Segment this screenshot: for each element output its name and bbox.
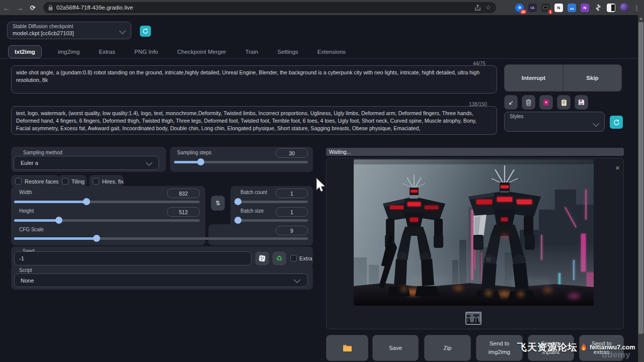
styles-dropdown[interactable] — [505, 112, 604, 131]
lock-icon — [48, 5, 53, 11]
dice-icon — [259, 255, 266, 262]
height-label: Height — [19, 208, 34, 214]
height-slider[interactable] — [14, 217, 200, 224]
open-folder-button[interactable] — [326, 335, 368, 361]
refresh-styles-button[interactable] — [610, 116, 623, 129]
restore-faces-checkbox[interactable] — [15, 178, 22, 185]
gallery-thumbnail[interactable] — [465, 312, 481, 325]
seed-input[interactable]: -1 — [14, 251, 252, 265]
ext-ia-icon[interactable]: IA — [528, 4, 537, 12]
script-value: None — [21, 278, 34, 284]
tab-train[interactable]: Train — [242, 46, 261, 58]
page-scrollbar[interactable]: ▲ — [638, 15, 644, 362]
generated-image[interactable] — [354, 159, 594, 306]
tab-png-info[interactable]: PNG Info — [131, 46, 161, 58]
tab-img2img[interactable]: img2img — [55, 46, 83, 58]
swap-arrows-icon: ⇅ — [215, 200, 220, 207]
width-slider[interactable] — [14, 198, 200, 205]
restore-faces-label: Restore faces — [25, 178, 59, 185]
script-dropdown[interactable]: None — [14, 274, 308, 287]
trash-icon — [525, 99, 532, 106]
prompt-input[interactable]: wide shot angle, a (gundam:0.8) robot st… — [11, 65, 497, 94]
extra-seed-checkbox[interactable] — [290, 255, 297, 261]
zip-button[interactable]: Zip — [424, 335, 471, 361]
cfg-scale-label: CFG Scale — [19, 227, 44, 232]
apply-style-button[interactable] — [557, 95, 571, 110]
ext-pin-icon[interactable]: 20 — [515, 4, 524, 12]
sampling-steps-value[interactable]: 30 — [276, 148, 308, 158]
batch-size-value[interactable]: 1 — [276, 207, 308, 217]
cfg-scale-slider[interactable] — [14, 235, 308, 242]
back-icon[interactable]: ← — [0, 4, 13, 12]
paste-params-button[interactable]: ↙ — [504, 95, 518, 110]
refresh-checkpoint-button[interactable] — [140, 26, 151, 37]
ext-onenote-icon[interactable]: N — [581, 4, 589, 12]
sampling-method-label: Sampling method — [23, 150, 62, 155]
batch-count-value[interactable]: 1 — [276, 189, 308, 198]
profile-avatar[interactable] — [620, 3, 629, 12]
script-label: Script — [19, 267, 32, 273]
scrollbar-thumb[interactable] — [638, 22, 643, 334]
bookmark-star-icon[interactable]: ☆ — [486, 4, 491, 11]
ext-notion-icon[interactable]: N — [554, 4, 563, 12]
negative-prompt-input[interactable]: text, logo, watermark, (worst quality, l… — [11, 106, 497, 135]
batch-size-slider[interactable] — [234, 217, 308, 224]
tiling-label: Tiling — [71, 178, 85, 185]
batch-size-label: Batch size — [240, 208, 264, 214]
browser-toolbar: ← → ⟳ 02a56ff4-71ff-439e.gradio.live ☆ 2… — [0, 0, 644, 15]
save-style-button[interactable] — [575, 95, 588, 110]
ext-dark-icon[interactable]: 1 — [541, 4, 550, 12]
scroll-up-arrow-icon[interactable]: ▲ — [639, 16, 643, 21]
save-button[interactable]: Save — [372, 335, 419, 361]
checkpoint-group: Stable Diffusion checkpoint model.ckpt [… — [7, 22, 131, 39]
send-to-img2img-button[interactable]: Send to img2img — [476, 335, 523, 361]
swap-dimensions-button[interactable]: ⇅ — [211, 196, 225, 211]
tab-extras[interactable]: Extras — [96, 46, 118, 58]
main-tabs: txt2img img2img Extras PNG Info Checkpoi… — [8, 45, 349, 59]
puzzle-icon[interactable] — [594, 4, 602, 12]
mouse-cursor — [315, 177, 327, 194]
hires-fix-checkbox[interactable] — [93, 178, 99, 185]
tab-settings[interactable]: Settings — [274, 46, 301, 58]
sampling-steps-slider[interactable] — [174, 158, 308, 165]
checkpoint-dropdown[interactable]: model.ckpt [cc6cb27103] — [13, 30, 74, 36]
reuse-seed-button[interactable]: ♻ — [272, 251, 286, 265]
reload-icon[interactable]: ⟳ — [26, 4, 39, 12]
skip-button[interactable]: Skip — [563, 64, 622, 92]
clear-prompt-button[interactable] — [522, 95, 535, 110]
ext-bw-icon[interactable] — [607, 4, 615, 12]
height-value[interactable]: 512 — [167, 207, 200, 217]
browser-menu-icon[interactable]: ⋮ — [633, 4, 640, 12]
sampling-method-dropdown[interactable]: Euler a — [14, 156, 159, 170]
chevron-down-icon — [146, 159, 152, 166]
interrupt-button[interactable]: Interrupt — [504, 64, 563, 92]
random-seed-button[interactable] — [255, 251, 269, 265]
cfg-scale-value[interactable]: 9 — [276, 226, 308, 235]
extra-networks-button[interactable] — [539, 95, 553, 110]
watermark-site-name: 飞天资源论坛 — [517, 341, 578, 354]
tab-extensions[interactable]: Extensions — [314, 46, 349, 58]
hires-fix-label: Hires. fix — [102, 178, 124, 185]
chevron-down-icon — [119, 28, 126, 34]
refresh-icon — [142, 28, 148, 34]
extra-seed-label: Extra — [299, 255, 312, 261]
recycle-icon: ♻ — [276, 254, 283, 262]
forward-icon[interactable]: → — [13, 4, 26, 12]
address-bar[interactable]: 02a56ff4-71ff-439e.gradio.live ☆ — [43, 2, 496, 13]
progress-bar: Waiting... — [326, 148, 624, 156]
batch-count-slider[interactable] — [234, 198, 308, 205]
close-icon[interactable]: × — [615, 164, 620, 171]
app-window: ← → ⟳ 02a56ff4-71ff-439e.gradio.live ☆ 2… — [0, 0, 644, 362]
ext-image-icon[interactable] — [568, 4, 576, 12]
tab-divider — [0, 58, 638, 59]
refresh-icon — [613, 119, 620, 126]
tab-txt2img[interactable]: txt2img — [8, 45, 42, 58]
tab-checkpoint-merger[interactable]: Checkpoint Merger — [174, 46, 229, 58]
tiling-checkbox[interactable] — [62, 178, 68, 185]
width-value[interactable]: 832 — [167, 189, 200, 198]
checkpoint-label: Stable Diffusion checkpoint — [13, 24, 73, 29]
chevron-down-icon — [294, 277, 300, 283]
share-icon[interactable] — [474, 5, 481, 11]
extensions-strip: 20 IA 1 N N ⋮ — [515, 0, 640, 15]
arrow-down-left-icon: ↙ — [508, 99, 513, 106]
